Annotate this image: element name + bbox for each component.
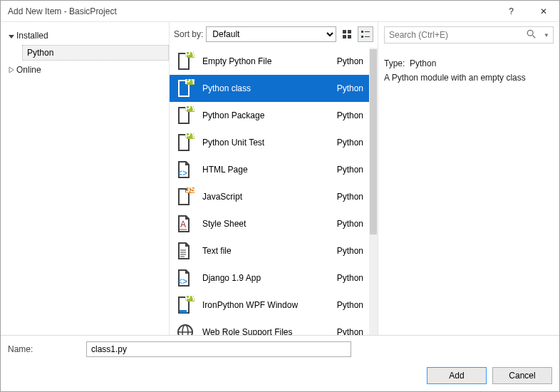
template-lang: Python xyxy=(337,246,365,256)
template-details: Type: Python A Python module with an emp… xyxy=(384,56,554,86)
close-icon: ✕ xyxy=(540,6,547,16)
template-name: Python Package xyxy=(195,110,337,120)
template-item[interactable]: PY Python class Python xyxy=(170,75,369,102)
collapsed-arrow-icon xyxy=(6,66,16,73)
svg-rect-0 xyxy=(343,30,346,33)
tree-label: Online xyxy=(16,65,41,75)
template-lang: Python xyxy=(337,300,365,310)
svg-rect-1 xyxy=(348,30,351,33)
view-large-icons-button[interactable] xyxy=(339,26,355,42)
type-description: A Python module with an empty class xyxy=(384,71,554,85)
template-lang: Python xyxy=(337,110,365,120)
template-lang: Python xyxy=(337,273,365,283)
search-wrapper: ▼ xyxy=(384,26,554,43)
template-name: Empty Python File xyxy=(195,56,337,66)
svg-text:A: A xyxy=(180,220,186,229)
svg-text:PY: PY xyxy=(185,133,195,140)
scrollbar-track[interactable] xyxy=(369,48,378,335)
template-lang: Python xyxy=(337,327,365,335)
cancel-button[interactable]: Cancel xyxy=(492,367,552,384)
button-row: Add Cancel xyxy=(8,367,552,384)
template-icon: PY xyxy=(175,295,195,315)
svg-text:PY: PY xyxy=(185,296,195,303)
template-item[interactable]: <> HTML Page Python xyxy=(170,156,369,183)
type-value: Python xyxy=(410,58,436,68)
template-lang: Python xyxy=(337,219,365,229)
tree-node-python[interactable]: Python xyxy=(22,45,169,61)
template-name: Web Role Support Files xyxy=(195,327,337,335)
expanded-arrow-icon xyxy=(6,32,16,39)
window-title: Add New Item - BasicProject xyxy=(8,6,495,16)
template-item[interactable]: A Style Sheet Python xyxy=(170,210,369,237)
template-icon: PY xyxy=(175,133,195,153)
template-icon: <> xyxy=(175,268,195,288)
template-icon xyxy=(175,322,195,335)
template-icon: A xyxy=(175,214,195,234)
template-item[interactable]: JS JavaScript Python xyxy=(170,183,369,210)
template-icon: PY xyxy=(175,105,195,125)
svg-point-30 xyxy=(182,325,188,335)
svg-rect-3 xyxy=(348,35,351,38)
svg-rect-4 xyxy=(361,31,363,33)
svg-rect-6 xyxy=(361,36,363,38)
template-item[interactable]: PY Python Package Python xyxy=(170,102,369,129)
sort-row: Sort by: Default xyxy=(170,22,378,43)
svg-text:PY: PY xyxy=(185,52,195,59)
svg-text:PY: PY xyxy=(185,106,195,113)
details-icon xyxy=(361,29,370,39)
template-item[interactable]: PY IronPython WPF Window Python xyxy=(170,292,369,319)
help-icon: ? xyxy=(509,6,514,16)
template-name: HTML Page xyxy=(195,165,337,175)
scrollbar-thumb[interactable] xyxy=(370,49,377,234)
svg-rect-2 xyxy=(343,35,346,38)
sort-dropdown[interactable]: Default xyxy=(206,26,336,42)
template-name: Text file xyxy=(195,246,337,256)
template-name: Python class xyxy=(195,83,337,93)
template-item[interactable]: Web Role Support Files Python xyxy=(170,319,369,335)
close-button[interactable]: ✕ xyxy=(527,1,559,22)
svg-line-33 xyxy=(533,36,536,38)
template-icon xyxy=(175,241,195,261)
name-row: Name: xyxy=(8,341,552,357)
add-button[interactable]: Add xyxy=(427,367,487,384)
name-input[interactable] xyxy=(86,341,351,357)
template-panel: Sort by: Default PY Empty P xyxy=(170,22,378,335)
tree-node-installed[interactable]: Installed xyxy=(1,28,169,43)
template-name: IronPython WPF Window xyxy=(195,300,337,310)
svg-text:JS: JS xyxy=(185,187,195,195)
svg-text:PY: PY xyxy=(185,79,195,86)
title-bar: Add New Item - BasicProject ? ✕ xyxy=(1,1,559,22)
template-lang: Python xyxy=(337,56,365,66)
template-lang: Python xyxy=(337,192,365,202)
template-lang: Python xyxy=(337,138,365,148)
svg-rect-5 xyxy=(365,31,370,32)
template-name: Django 1.9 App xyxy=(195,273,337,283)
template-icon: PY xyxy=(175,51,195,71)
template-name: Python Unit Test xyxy=(195,138,337,148)
svg-point-29 xyxy=(178,325,192,335)
tree-node-online[interactable]: Online xyxy=(1,62,169,78)
category-tree: Installed Python Online xyxy=(1,22,170,335)
sort-label: Sort by: xyxy=(174,29,203,39)
details-panel: ▼ Type: Python A Python module with an e… xyxy=(378,22,559,335)
svg-rect-7 xyxy=(365,36,370,37)
template-item[interactable]: <> Django 1.9 App Python xyxy=(170,264,369,292)
template-item[interactable]: Text file Python xyxy=(170,237,369,264)
template-icon: PY xyxy=(175,78,195,98)
template-item[interactable]: PY Python Unit Test Python xyxy=(170,129,369,156)
template-list: PY Empty Python File Python PY Python cl… xyxy=(170,48,378,335)
svg-rect-26 xyxy=(180,310,187,313)
search-dropdown-icon[interactable]: ▼ xyxy=(544,32,549,38)
help-button[interactable]: ? xyxy=(495,1,527,22)
svg-text:<>: <> xyxy=(177,277,187,287)
tree-label: Installed xyxy=(16,31,48,41)
template-name: JavaScript xyxy=(195,192,337,202)
type-label: Type: xyxy=(384,58,405,68)
template-icon: <> xyxy=(175,160,195,180)
tree-label: Python xyxy=(27,48,53,58)
large-icons-icon xyxy=(342,29,352,39)
svg-text:<>: <> xyxy=(177,168,187,178)
view-details-button[interactable] xyxy=(358,26,373,42)
template-lang: Python xyxy=(337,83,365,93)
template-item[interactable]: PY Empty Python File Python xyxy=(170,48,369,75)
